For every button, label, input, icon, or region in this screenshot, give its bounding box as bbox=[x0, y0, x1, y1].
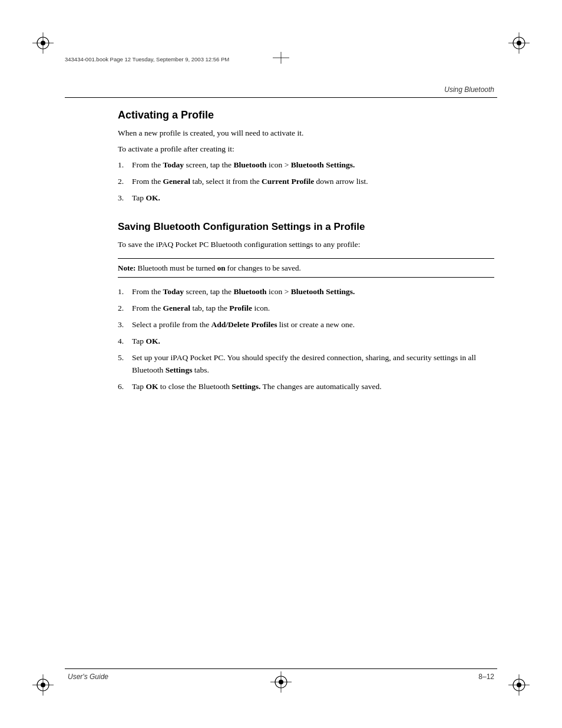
step-text: Tap OK. bbox=[132, 335, 494, 348]
step-text: From the Today screen, tap the Bluetooth… bbox=[132, 286, 494, 298]
step-text: Select a profile from the Add/Delete Pro… bbox=[132, 319, 494, 331]
section1-intro1: When a new profile is created, you will … bbox=[118, 127, 494, 140]
step-text: From the General tab, tap the Profile ic… bbox=[132, 302, 494, 315]
list-item: 2. From the General tab, tap the Profile… bbox=[118, 302, 494, 315]
section-activating-profile: Activating a Profile When a new profile … bbox=[118, 109, 494, 205]
section-heading-2: Saving Bluetooth Configuration Settings … bbox=[118, 221, 494, 233]
file-label: 343434-001.book Page 12 Tuesday, Septemb… bbox=[65, 56, 229, 62]
footer-rule bbox=[65, 668, 497, 669]
step-number: 3. bbox=[118, 192, 132, 205]
section-heading-1: Activating a Profile bbox=[118, 109, 494, 121]
list-item: 4. Tap OK. bbox=[118, 335, 494, 348]
step-number: 5. bbox=[118, 352, 132, 364]
footer-left: User's Guide bbox=[68, 673, 108, 681]
section2-intro: To save the iPAQ Pocket PC Bluetooth con… bbox=[118, 239, 494, 251]
main-content: Activating a Profile When a new profile … bbox=[118, 109, 494, 397]
step-text: Tap OK to close the Bluetooth Settings. … bbox=[132, 381, 494, 393]
top-rule bbox=[65, 97, 497, 98]
corner-mark-tr bbox=[508, 32, 530, 54]
header-section-title: Using Bluetooth bbox=[444, 85, 494, 94]
step-text: Tap OK. bbox=[132, 192, 494, 205]
step-number: 2. bbox=[118, 302, 132, 315]
step-text: From the General tab, select it from the… bbox=[132, 176, 494, 188]
section1-intro2: To activate a profile after creating it: bbox=[118, 143, 494, 156]
step-number: 2. bbox=[118, 176, 132, 188]
list-item: 3. Tap OK. bbox=[118, 192, 494, 205]
step-number: 1. bbox=[118, 159, 132, 172]
corner-mark-br bbox=[508, 674, 530, 696]
list-item: 1. From the Today screen, tap the Blueto… bbox=[118, 286, 494, 298]
list-item: 3. Select a profile from the Add/Delete … bbox=[118, 319, 494, 331]
corner-mark-bl bbox=[32, 674, 54, 696]
center-bottom-mark bbox=[270, 671, 292, 693]
step-text: From the Today screen, tap the Bluetooth… bbox=[132, 159, 494, 172]
footer-right: 8–12 bbox=[478, 673, 494, 681]
list-item: 5. Set up your iPAQ Pocket PC. You shoul… bbox=[118, 352, 494, 377]
section-saving-config: Saving Bluetooth Configuration Settings … bbox=[118, 221, 494, 393]
step-number: 4. bbox=[118, 335, 132, 348]
list-item: 6. Tap OK to close the Bluetooth Setting… bbox=[118, 381, 494, 393]
step-text: Set up your iPAQ Pocket PC. You should s… bbox=[132, 352, 494, 377]
corner-mark-tl bbox=[32, 32, 54, 54]
step-number: 6. bbox=[118, 381, 132, 393]
note-box: Note: Bluetooth must be turned on for ch… bbox=[118, 258, 494, 278]
top-center-mark bbox=[270, 52, 292, 66]
list-item: 1. From the Today screen, tap the Blueto… bbox=[118, 159, 494, 172]
step-number: 1. bbox=[118, 286, 132, 298]
note-text: Note: Bluetooth must be turned on for ch… bbox=[118, 263, 301, 272]
step-number: 3. bbox=[118, 319, 132, 331]
list-item: 2. From the General tab, select it from … bbox=[118, 176, 494, 188]
